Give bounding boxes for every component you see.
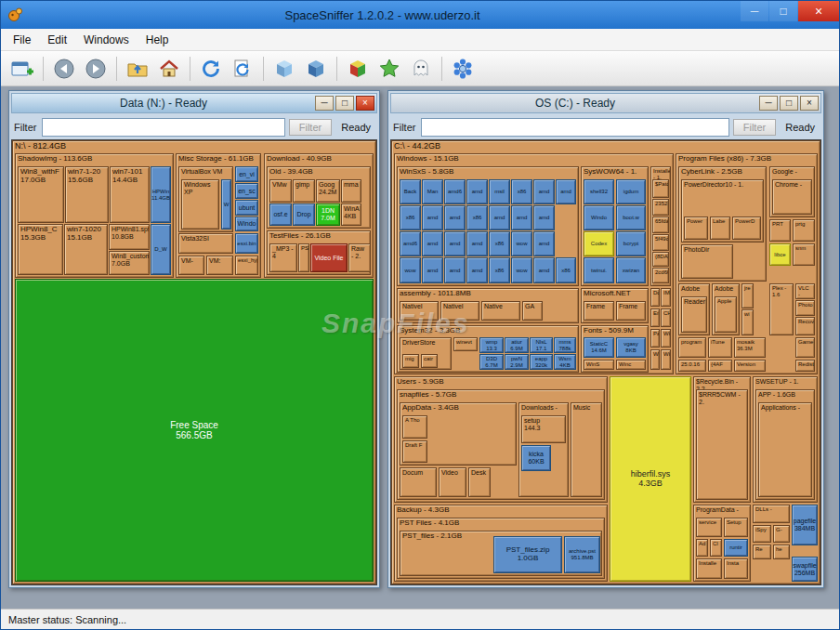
treemap-block-x86[interactable]: x86 <box>511 179 532 204</box>
treemap-block-frame[interactable]: Frame <box>584 301 614 321</box>
treemap-block-drop[interactable]: Drop <box>293 203 315 226</box>
treemap-block-hpwin8-c[interactable]: HPWin8_C 15.3GB <box>18 224 63 275</box>
treemap-block-ispy[interactable]: iSpy <box>753 525 771 543</box>
treemap-block-5f49c[interactable]: 5f49c <box>652 234 669 251</box>
treemap-block-ubunt[interactable]: ubunt <box>235 200 258 216</box>
treemap-block-kicka[interactable]: kicka 60KB <box>521 445 551 471</box>
treemap-block-x86[interactable]: x86 <box>489 257 510 283</box>
treemap-block-amd6[interactable]: amd6 <box>444 179 466 204</box>
treemap-block-win7-1-20[interactable]: win7-1-20 15.6GB <box>65 166 109 223</box>
treemap-block-dow[interactable]: Dow <box>650 288 660 307</box>
treemap-block-redist[interactable]: Redist <box>795 360 815 372</box>
treemap-block-runtir[interactable]: runtir <box>724 539 748 557</box>
filter-button[interactable]: Filter <box>289 119 332 136</box>
treemap-block-amd[interactable]: amd <box>422 231 443 256</box>
treemap-block-2cd66[interactable]: 2cd66 <box>652 268 669 283</box>
child-close-button[interactable]: × <box>800 96 819 111</box>
treemap-block-amd[interactable]: amd <box>533 179 555 204</box>
minimize-button[interactable]: ─ <box>741 1 768 21</box>
treemap-block-vgasy[interactable]: vgasy 8KB <box>616 337 646 358</box>
menu-edit[interactable]: Edit <box>39 31 75 49</box>
treemap-block-native[interactable]: Native <box>481 301 520 321</box>
treemap-block-amd[interactable]: amd <box>422 205 443 230</box>
treemap-block-back[interactable]: Back <box>400 179 421 204</box>
treemap-block-65fda[interactable]: 65fda <box>652 217 669 233</box>
treemap-block-power[interactable]: Power <box>684 217 708 240</box>
treemap-block-goog[interactable]: Goog 24.2M <box>316 179 340 203</box>
treemap-block-esxi-bin[interactable]: esxi.bin <box>235 233 258 254</box>
treemap-block-4af[interactable]: {4AF <box>708 360 732 372</box>
treemap-block-a-tho[interactable]: A Tho <box>402 415 427 439</box>
treemap-block-jre[interactable]: jre <box>742 283 754 308</box>
treemap-block-cht[interactable]: CHT <box>661 308 671 327</box>
treemap-block-pack[interactable]: Pack <box>650 329 660 348</box>
treemap-block-applications[interactable]: Applications - <box>758 402 812 497</box>
treemap-block-amd6[interactable]: amd6 <box>400 231 421 256</box>
menu-file[interactable]: File <box>5 31 39 49</box>
treemap-block-pst-files-zip[interactable]: PST_files.zip 1.0GB <box>493 536 562 573</box>
treemap-block-patc[interactable]: $Patc <box>652 179 669 198</box>
treemap-block-game[interactable]: Game <box>795 337 815 358</box>
new-view-button[interactable] <box>7 55 38 83</box>
configuration-button[interactable] <box>447 55 479 83</box>
close-button[interactable]: × <box>798 1 839 21</box>
treemap-block-nlsl[interactable]: NlsL 17.1 <box>530 337 553 353</box>
treemap-block-mosaik[interactable]: mosaik 36.3M <box>734 337 766 358</box>
treemap-block-1dn[interactable]: 1DN 7.0M <box>316 203 340 226</box>
filter-star-button[interactable] <box>374 55 405 83</box>
treemap-block-reader[interactable]: Reader <box>681 296 707 333</box>
treemap-block-amd[interactable]: amd <box>511 205 532 230</box>
treemap-block-docum[interactable]: Docum <box>400 467 437 497</box>
treemap-block-win7-101[interactable]: win7-101 14.4GB <box>110 166 150 223</box>
treemap-block-win7-1020[interactable]: win7-1020 15.1GB <box>64 224 108 275</box>
treemap-block-wins[interactable]: WinS <box>650 349 660 370</box>
rescan-button[interactable] <box>195 55 227 83</box>
treemap-block-boot-w[interactable]: boot.w <box>616 205 646 230</box>
treemap-block-wina[interactable]: WinA 4KB <box>341 203 361 226</box>
treemap-block-amd[interactable]: amd <box>422 257 443 283</box>
treemap-block-free-space[interactable]: Free Space 566.5GB <box>15 279 374 582</box>
treemap-block-apple[interactable]: Apple <box>715 296 737 333</box>
treemap-block-twinui[interactable]: twinui. <box>584 257 614 283</box>
treemap-block-amd[interactable]: amd <box>489 205 510 230</box>
treemap-block-en-vi[interactable]: en_vi <box>235 166 258 182</box>
treemap-block-he[interactable]: he <box>773 545 790 559</box>
treemap-block-codex[interactable]: Codex <box>584 231 614 256</box>
treemap-block-amd[interactable]: amd <box>556 179 576 204</box>
treemap-block-staticc[interactable]: StaticC 14.6M <box>584 337 614 358</box>
treemap-block-pwn[interactable]: pwN 2.9M <box>505 354 529 370</box>
treemap-block-amd[interactable]: amd <box>444 257 466 283</box>
treemap-block-d3d[interactable]: D3D 6.7M <box>479 354 504 370</box>
treemap-block-setup[interactable]: Setup <box>724 518 748 537</box>
treemap-block-bcrypt[interactable]: bcrypt <box>616 231 646 256</box>
filter-input[interactable] <box>421 118 728 137</box>
treemap-block-x86[interactable]: x86 <box>489 231 510 256</box>
treemap-block-atiur[interactable]: atiur 6.9M <box>505 337 529 353</box>
treemap-block-wins[interactable]: WinS <box>584 360 614 370</box>
menu-windows[interactable]: Windows <box>75 31 138 49</box>
treemap-block-windo[interactable]: Windo <box>235 217 258 231</box>
treemap-block-re[interactable]: Re <box>753 545 771 559</box>
treemap-block-ps[interactable]: PS <box>298 243 309 272</box>
treemap-block-ga[interactable]: GA <box>522 301 543 321</box>
menu-help[interactable]: Help <box>138 31 177 49</box>
treemap-block-libce[interactable]: libce <box>769 243 791 266</box>
treemap-block-music[interactable]: Music <box>571 402 602 497</box>
treemap-block-x86[interactable]: x86 <box>400 205 421 230</box>
treemap-block-amd[interactable]: amd <box>444 205 466 230</box>
treemap-block-video-file[interactable]: Video File <box>310 243 348 272</box>
treemap-block-vista32si[interactable]: Vista32SI <box>178 233 233 254</box>
treemap-block-d-w[interactable]: D_W <box>151 224 171 275</box>
treemap-block-photo[interactable]: Photo <box>795 300 815 316</box>
treemap-block-ci[interactable]: CI <box>710 539 722 557</box>
up-level-button[interactable] <box>122 55 153 83</box>
treemap-block-ad[interactable]: Ad <box>696 539 708 557</box>
treemap-block-swapfile[interactable]: swapfile 256MB <box>792 557 818 582</box>
treemap-block-rrr5cwm-2[interactable]: $RRR5CWM - 2. <box>696 389 748 500</box>
treemap-block-plex-1-6[interactable]: Plex - 1.6 <box>769 283 794 335</box>
treemap-block-winc[interactable]: Winc <box>661 349 671 370</box>
treemap-block-photodir[interactable]: PhotoDir <box>681 244 733 279</box>
treemap-block-win8-custom[interactable]: Win8_custom 7.0GB <box>109 251 150 275</box>
treemap-block-man[interactable]: Man <box>422 179 443 204</box>
treemap-block-xwizan[interactable]: xwizan <box>616 257 646 283</box>
